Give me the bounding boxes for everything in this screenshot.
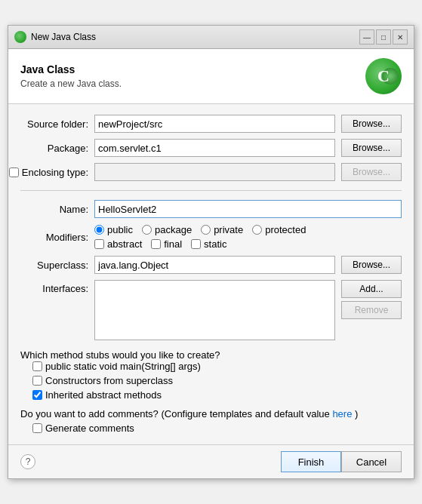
package-input[interactable] — [94, 139, 335, 157]
modifier-private-radio[interactable] — [201, 225, 211, 235]
modifier-abstract-checkbox[interactable] — [94, 239, 104, 249]
modifier-public-item: public — [94, 224, 133, 235]
superclass-row: Superclass: Browse... — [20, 256, 402, 274]
name-label: Name: — [20, 204, 88, 215]
method-stubs-section: Which method stubs would you like to cre… — [20, 346, 402, 401]
stub-inherited-label: Inherited abstract methods — [45, 389, 162, 401]
modifier-final-checkbox[interactable] — [151, 239, 161, 249]
minimize-button[interactable]: — — [359, 29, 374, 45]
comments-closing-paren: ) — [355, 408, 358, 419]
header-title: Java Class — [20, 63, 122, 75]
title-bar-text: New Java Class — [31, 32, 355, 42]
new-java-class-dialog: New Java Class — □ ✕ Java Class Create a… — [8, 25, 414, 479]
help-button[interactable]: ? — [20, 454, 35, 469]
modifiers-access-group: public package private protected — [94, 224, 402, 235]
modifiers-row: Modifiers: public package private — [20, 224, 402, 250]
modifier-package-item: package — [142, 224, 192, 235]
superclass-input[interactable] — [94, 256, 335, 274]
name-row: Name: — [20, 200, 402, 218]
interfaces-buttons: Add... Remove — [341, 280, 402, 319]
name-input[interactable] — [94, 200, 402, 218]
source-folder-input[interactable] — [94, 115, 335, 133]
stub-inherited-item: Inherited abstract methods — [32, 389, 402, 401]
header-left: Java Class Create a new Java class. — [20, 63, 122, 89]
comments-question-text: Do you want to add comments? (Configure … — [20, 408, 330, 419]
interfaces-add-button[interactable]: Add... — [341, 280, 402, 298]
source-folder-row: Source folder: Browse... — [20, 115, 402, 133]
source-folder-label: Source folder: — [20, 118, 88, 130]
comments-link[interactable]: here — [332, 408, 352, 419]
interfaces-textarea[interactable] — [94, 280, 335, 340]
source-folder-browse-button[interactable]: Browse... — [341, 115, 402, 133]
package-label: Package: — [20, 143, 88, 154]
interfaces-label: Interfaces: — [20, 280, 88, 294]
title-bar: New Java Class — □ ✕ — [8, 26, 414, 49]
modifier-abstract-item: abstract — [94, 238, 142, 250]
modifier-static-item: static — [191, 238, 226, 250]
generate-comments-checkbox[interactable] — [32, 423, 42, 433]
interfaces-row: Interfaces: Add... Remove — [20, 280, 402, 340]
maximize-button[interactable]: □ — [376, 29, 391, 45]
modifiers-container: public package private protected — [94, 224, 402, 250]
finish-button[interactable]: Finish — [281, 451, 341, 472]
stub-inherited-checkbox[interactable] — [32, 390, 42, 400]
title-bar-icon — [14, 31, 26, 43]
modifier-static-checkbox[interactable] — [191, 239, 201, 249]
enclosing-type-browse-button[interactable]: Browse... — [341, 163, 402, 181]
title-bar-buttons: — □ ✕ — [359, 29, 408, 45]
stub-constructors-item: Constructors from superclass — [32, 375, 402, 386]
modifier-package-radio[interactable] — [142, 225, 152, 235]
header-subtitle: Create a new Java class. — [20, 78, 122, 89]
modifier-protected-radio[interactable] — [252, 225, 262, 235]
superclass-label: Superclass: — [20, 260, 88, 271]
package-browse-button[interactable]: Browse... — [341, 139, 402, 157]
enclosing-check-container: Enclosing type: — [20, 167, 88, 178]
modifiers-extra-group: abstract final static — [94, 238, 402, 250]
modifier-abstract-label: abstract — [107, 238, 142, 250]
superclass-browse-button[interactable]: Browse... — [341, 256, 402, 274]
cancel-button[interactable]: Cancel — [341, 451, 402, 472]
enclosing-type-label: Enclosing type: — [22, 167, 88, 178]
separator-1 — [20, 190, 402, 191]
modifier-private-label: private — [214, 224, 243, 235]
stub-main-label: public static void main(String[] args) — [45, 361, 201, 372]
modifier-final-item: final — [151, 238, 182, 250]
enclosing-type-row: Enclosing type: Browse... — [20, 163, 402, 181]
modifiers-label: Modifiers: — [20, 232, 88, 243]
generate-comments-label: Generate comments — [45, 423, 134, 434]
modifier-private-item: private — [201, 224, 243, 235]
stub-constructors-label: Constructors from superclass — [45, 375, 173, 386]
stubs-checkboxes: public static void main(String[] args) C… — [20, 361, 402, 401]
enclosing-type-input[interactable] — [94, 163, 335, 181]
stub-main-item: public static void main(String[] args) — [32, 361, 402, 372]
modifier-protected-label: protected — [265, 224, 306, 235]
modifier-public-radio[interactable] — [94, 225, 104, 235]
eclipse-logo-icon: C — [365, 58, 402, 94]
method-stubs-title: Which method stubs would you like to cre… — [20, 349, 402, 361]
stub-main-checkbox[interactable] — [32, 361, 42, 371]
generate-comments-item: Generate comments — [20, 423, 402, 434]
comments-section: Do you want to add comments? (Configure … — [20, 408, 402, 434]
modifier-public-label: public — [107, 224, 133, 235]
enclosing-type-checkbox[interactable] — [9, 167, 19, 177]
package-row: Package: Browse... — [20, 139, 402, 157]
modifier-package-label: package — [155, 224, 192, 235]
modifier-final-label: final — [164, 238, 182, 250]
dialog-header: Java Class Create a new Java class. C — [8, 49, 414, 104]
interfaces-remove-button[interactable]: Remove — [341, 301, 402, 319]
modifier-static-label: static — [204, 238, 226, 250]
modifier-protected-item: protected — [252, 224, 306, 235]
close-button[interactable]: ✕ — [393, 29, 408, 45]
comments-question: Do you want to add comments? (Configure … — [20, 408, 402, 419]
stub-constructors-checkbox[interactable] — [32, 376, 42, 386]
dialog-body: Source folder: Browse... Package: Browse… — [8, 104, 414, 444]
footer-bar: ? Finish Cancel — [8, 444, 414, 478]
